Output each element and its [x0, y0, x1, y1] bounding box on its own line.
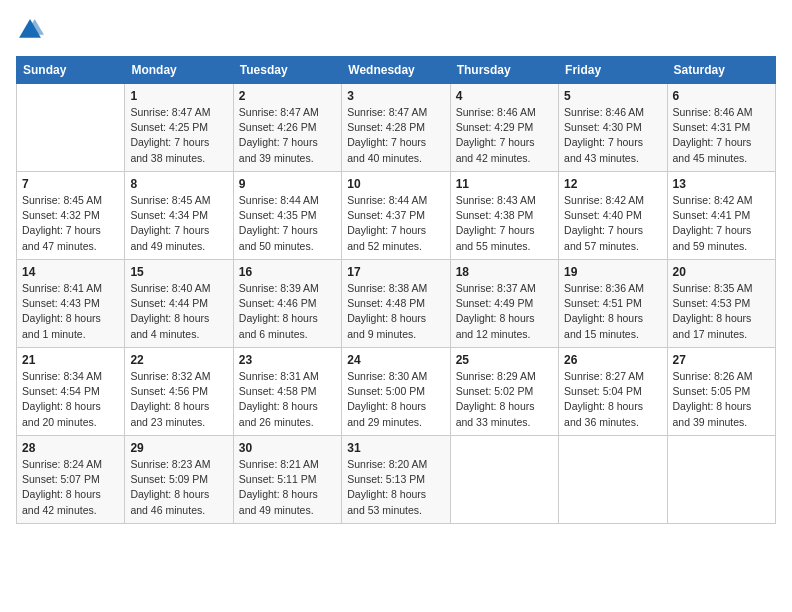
day-number: 25: [456, 353, 553, 367]
day-info: Sunrise: 8:46 AMSunset: 4:30 PMDaylight:…: [564, 105, 661, 166]
week-row-3: 14Sunrise: 8:41 AMSunset: 4:43 PMDayligh…: [17, 260, 776, 348]
day-number: 30: [239, 441, 336, 455]
day-cell: 15Sunrise: 8:40 AMSunset: 4:44 PMDayligh…: [125, 260, 233, 348]
day-cell: 30Sunrise: 8:21 AMSunset: 5:11 PMDayligh…: [233, 436, 341, 524]
day-info: Sunrise: 8:26 AMSunset: 5:05 PMDaylight:…: [673, 369, 770, 430]
logo: [16, 16, 48, 44]
day-cell: 3Sunrise: 8:47 AMSunset: 4:28 PMDaylight…: [342, 84, 450, 172]
day-info: Sunrise: 8:40 AMSunset: 4:44 PMDaylight:…: [130, 281, 227, 342]
day-cell: 28Sunrise: 8:24 AMSunset: 5:07 PMDayligh…: [17, 436, 125, 524]
day-info: Sunrise: 8:42 AMSunset: 4:41 PMDaylight:…: [673, 193, 770, 254]
calendar-header: SundayMondayTuesdayWednesdayThursdayFrid…: [17, 57, 776, 84]
day-info: Sunrise: 8:20 AMSunset: 5:13 PMDaylight:…: [347, 457, 444, 518]
week-row-2: 7Sunrise: 8:45 AMSunset: 4:32 PMDaylight…: [17, 172, 776, 260]
day-cell: 2Sunrise: 8:47 AMSunset: 4:26 PMDaylight…: [233, 84, 341, 172]
day-number: 9: [239, 177, 336, 191]
day-info: Sunrise: 8:29 AMSunset: 5:02 PMDaylight:…: [456, 369, 553, 430]
header-day-saturday: Saturday: [667, 57, 775, 84]
day-cell: 5Sunrise: 8:46 AMSunset: 4:30 PMDaylight…: [559, 84, 667, 172]
day-number: 2: [239, 89, 336, 103]
day-number: 24: [347, 353, 444, 367]
day-cell: 16Sunrise: 8:39 AMSunset: 4:46 PMDayligh…: [233, 260, 341, 348]
day-info: Sunrise: 8:23 AMSunset: 5:09 PMDaylight:…: [130, 457, 227, 518]
day-cell: 11Sunrise: 8:43 AMSunset: 4:38 PMDayligh…: [450, 172, 558, 260]
day-number: 13: [673, 177, 770, 191]
day-info: Sunrise: 8:46 AMSunset: 4:29 PMDaylight:…: [456, 105, 553, 166]
day-info: Sunrise: 8:38 AMSunset: 4:48 PMDaylight:…: [347, 281, 444, 342]
page-header: [16, 16, 776, 44]
day-info: Sunrise: 8:37 AMSunset: 4:49 PMDaylight:…: [456, 281, 553, 342]
day-cell: 17Sunrise: 8:38 AMSunset: 4:48 PMDayligh…: [342, 260, 450, 348]
day-info: Sunrise: 8:30 AMSunset: 5:00 PMDaylight:…: [347, 369, 444, 430]
day-cell: 18Sunrise: 8:37 AMSunset: 4:49 PMDayligh…: [450, 260, 558, 348]
header-day-thursday: Thursday: [450, 57, 558, 84]
day-number: 4: [456, 89, 553, 103]
day-cell: 10Sunrise: 8:44 AMSunset: 4:37 PMDayligh…: [342, 172, 450, 260]
day-info: Sunrise: 8:46 AMSunset: 4:31 PMDaylight:…: [673, 105, 770, 166]
day-number: 27: [673, 353, 770, 367]
day-cell: 9Sunrise: 8:44 AMSunset: 4:35 PMDaylight…: [233, 172, 341, 260]
week-row-1: 1Sunrise: 8:47 AMSunset: 4:25 PMDaylight…: [17, 84, 776, 172]
day-cell: 24Sunrise: 8:30 AMSunset: 5:00 PMDayligh…: [342, 348, 450, 436]
day-number: 29: [130, 441, 227, 455]
day-info: Sunrise: 8:36 AMSunset: 4:51 PMDaylight:…: [564, 281, 661, 342]
day-number: 12: [564, 177, 661, 191]
header-day-monday: Monday: [125, 57, 233, 84]
day-cell: 25Sunrise: 8:29 AMSunset: 5:02 PMDayligh…: [450, 348, 558, 436]
day-number: 28: [22, 441, 119, 455]
day-cell: 7Sunrise: 8:45 AMSunset: 4:32 PMDaylight…: [17, 172, 125, 260]
day-number: 23: [239, 353, 336, 367]
calendar-table: SundayMondayTuesdayWednesdayThursdayFrid…: [16, 56, 776, 524]
day-info: Sunrise: 8:24 AMSunset: 5:07 PMDaylight:…: [22, 457, 119, 518]
day-cell: [667, 436, 775, 524]
day-info: Sunrise: 8:21 AMSunset: 5:11 PMDaylight:…: [239, 457, 336, 518]
day-number: 19: [564, 265, 661, 279]
day-cell: 13Sunrise: 8:42 AMSunset: 4:41 PMDayligh…: [667, 172, 775, 260]
header-row: SundayMondayTuesdayWednesdayThursdayFrid…: [17, 57, 776, 84]
day-cell: 1Sunrise: 8:47 AMSunset: 4:25 PMDaylight…: [125, 84, 233, 172]
header-day-wednesday: Wednesday: [342, 57, 450, 84]
header-day-tuesday: Tuesday: [233, 57, 341, 84]
day-info: Sunrise: 8:45 AMSunset: 4:32 PMDaylight:…: [22, 193, 119, 254]
day-cell: 26Sunrise: 8:27 AMSunset: 5:04 PMDayligh…: [559, 348, 667, 436]
header-day-sunday: Sunday: [17, 57, 125, 84]
day-info: Sunrise: 8:47 AMSunset: 4:26 PMDaylight:…: [239, 105, 336, 166]
day-cell: 20Sunrise: 8:35 AMSunset: 4:53 PMDayligh…: [667, 260, 775, 348]
day-cell: 21Sunrise: 8:34 AMSunset: 4:54 PMDayligh…: [17, 348, 125, 436]
day-number: 10: [347, 177, 444, 191]
header-day-friday: Friday: [559, 57, 667, 84]
day-number: 8: [130, 177, 227, 191]
day-cell: 27Sunrise: 8:26 AMSunset: 5:05 PMDayligh…: [667, 348, 775, 436]
day-cell: 12Sunrise: 8:42 AMSunset: 4:40 PMDayligh…: [559, 172, 667, 260]
day-info: Sunrise: 8:45 AMSunset: 4:34 PMDaylight:…: [130, 193, 227, 254]
day-cell: 31Sunrise: 8:20 AMSunset: 5:13 PMDayligh…: [342, 436, 450, 524]
day-number: 15: [130, 265, 227, 279]
day-info: Sunrise: 8:42 AMSunset: 4:40 PMDaylight:…: [564, 193, 661, 254]
day-number: 1: [130, 89, 227, 103]
day-info: Sunrise: 8:35 AMSunset: 4:53 PMDaylight:…: [673, 281, 770, 342]
day-number: 17: [347, 265, 444, 279]
day-info: Sunrise: 8:32 AMSunset: 4:56 PMDaylight:…: [130, 369, 227, 430]
day-info: Sunrise: 8:27 AMSunset: 5:04 PMDaylight:…: [564, 369, 661, 430]
day-number: 22: [130, 353, 227, 367]
day-cell: 23Sunrise: 8:31 AMSunset: 4:58 PMDayligh…: [233, 348, 341, 436]
day-cell: 8Sunrise: 8:45 AMSunset: 4:34 PMDaylight…: [125, 172, 233, 260]
calendar-body: 1Sunrise: 8:47 AMSunset: 4:25 PMDaylight…: [17, 84, 776, 524]
week-row-4: 21Sunrise: 8:34 AMSunset: 4:54 PMDayligh…: [17, 348, 776, 436]
day-cell: 6Sunrise: 8:46 AMSunset: 4:31 PMDaylight…: [667, 84, 775, 172]
day-number: 16: [239, 265, 336, 279]
day-number: 31: [347, 441, 444, 455]
day-info: Sunrise: 8:31 AMSunset: 4:58 PMDaylight:…: [239, 369, 336, 430]
day-cell: 29Sunrise: 8:23 AMSunset: 5:09 PMDayligh…: [125, 436, 233, 524]
day-number: 26: [564, 353, 661, 367]
day-cell: 4Sunrise: 8:46 AMSunset: 4:29 PMDaylight…: [450, 84, 558, 172]
day-number: 7: [22, 177, 119, 191]
day-number: 3: [347, 89, 444, 103]
day-number: 18: [456, 265, 553, 279]
day-info: Sunrise: 8:39 AMSunset: 4:46 PMDaylight:…: [239, 281, 336, 342]
day-cell: 14Sunrise: 8:41 AMSunset: 4:43 PMDayligh…: [17, 260, 125, 348]
day-info: Sunrise: 8:34 AMSunset: 4:54 PMDaylight:…: [22, 369, 119, 430]
day-cell: [559, 436, 667, 524]
day-number: 6: [673, 89, 770, 103]
day-cell: 19Sunrise: 8:36 AMSunset: 4:51 PMDayligh…: [559, 260, 667, 348]
